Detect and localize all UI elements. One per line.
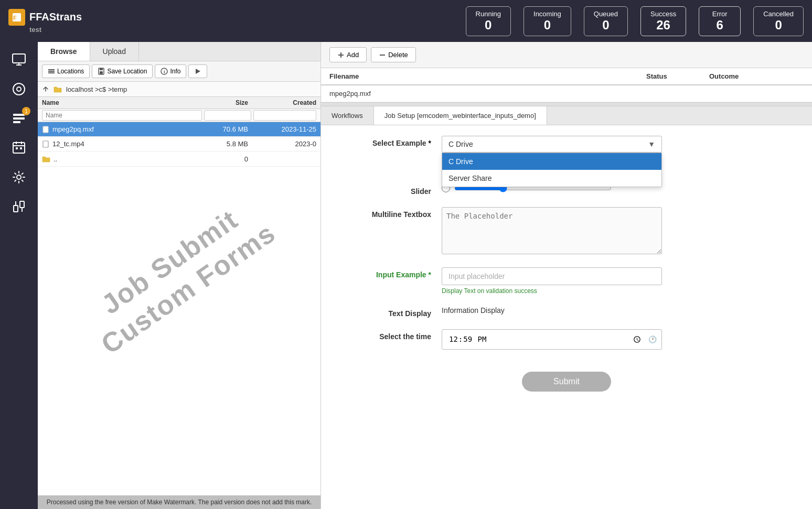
stat-running: Running 0 <box>466 6 511 36</box>
sidebar-item-monitor[interactable] <box>5 46 33 73</box>
time-input[interactable] <box>442 329 662 350</box>
slider-label: Slider <box>337 184 442 196</box>
play-button[interactable] <box>188 64 207 78</box>
add-icon <box>337 51 345 59</box>
select-example-dropdown[interactable]: C Drive ▼ <box>442 136 662 153</box>
select-example-label: Select Example * <box>337 136 442 147</box>
svg-rect-23 <box>48 72 55 73</box>
job-tabs: Workflows Job Setup [emcodem_webinterfac… <box>321 106 812 125</box>
submit-row: Submit <box>337 361 796 397</box>
right-panel: Add Delete Filename Status Outcome mpeg2… <box>321 42 812 509</box>
file-row[interactable]: mpeg2pq.mxf 70.6 MB 2023-11-25 <box>38 122 320 137</box>
svg-rect-22 <box>48 71 55 72</box>
file-toolbar: Locations Save Location i Info <box>38 61 320 82</box>
time-label: Select the time <box>337 329 442 341</box>
svg-rect-14 <box>16 147 18 149</box>
svg-text:F: F <box>13 15 17 21</box>
info-button[interactable]: i Info <box>155 64 186 78</box>
svg-rect-21 <box>48 69 55 70</box>
stat-incoming: Incoming 0 <box>523 6 571 36</box>
submit-button[interactable]: Submit <box>522 372 611 392</box>
queue-table-header: Filename Status Outcome <box>321 68 812 85</box>
sidebar: 1 <box>0 42 38 509</box>
topbar: F FFAStrans test Running 0 Incoming 0 Qu… <box>0 0 812 42</box>
tab-workflows[interactable]: Workflows <box>321 106 374 125</box>
browse-tabs: Browse Upload <box>38 42 320 61</box>
app-logo-icon: F <box>8 9 25 26</box>
filter-size-input[interactable] <box>204 110 251 121</box>
queue-badge: 1 <box>22 107 30 115</box>
svg-rect-31 <box>43 141 48 147</box>
stat-success: Success 26 <box>640 6 686 36</box>
file-row-parent[interactable]: .. 0 <box>38 151 320 167</box>
app-logo: F FFAStrans test <box>8 9 82 34</box>
multiline-textarea[interactable] <box>442 207 662 254</box>
svg-rect-33 <box>338 55 344 56</box>
input-example-label: Input Example * <box>337 267 442 279</box>
dropdown-option-server[interactable]: Server Share <box>442 170 661 187</box>
chevron-down-icon: ▼ <box>648 140 655 148</box>
validation-text: Display Text on validation success <box>442 287 796 295</box>
svg-point-6 <box>17 87 21 91</box>
svg-marker-29 <box>196 69 200 74</box>
folder-icon <box>42 155 50 163</box>
tab-browse[interactable]: Browse <box>38 42 90 61</box>
save-location-button[interactable]: Save Location <box>92 64 153 78</box>
svg-rect-15 <box>20 147 22 149</box>
main-layout: 1 Browse Upload Locations Save Location <box>0 42 812 509</box>
sidebar-item-media[interactable] <box>5 75 33 103</box>
svg-rect-26 <box>100 68 103 70</box>
queue-header: Add Delete <box>321 42 812 68</box>
stat-error: Error 6 <box>699 6 741 36</box>
sidebar-item-settings[interactable] <box>5 164 33 191</box>
col-header-size: Size <box>196 99 248 106</box>
up-arrow-icon <box>42 85 49 93</box>
svg-rect-17 <box>14 205 18 212</box>
bottom-notice: Processed using the free version of Make… <box>38 495 320 509</box>
filter-created-input[interactable] <box>253 110 316 121</box>
clock-icon: 🕐 <box>648 335 657 343</box>
job-form: Select Example * C Drive ▼ C Drive Serve… <box>321 125 812 509</box>
svg-rect-30 <box>43 126 48 133</box>
text-display-container: Information Display <box>442 306 796 315</box>
col-header-created: Created <box>248 99 316 106</box>
tab-job-setup[interactable]: Job Setup [emcodem_webinterface_inputs_d… <box>374 106 547 125</box>
stat-queued: Queued 0 <box>584 6 628 36</box>
multiline-label: Multiline Textbox <box>337 207 442 219</box>
svg-rect-9 <box>13 121 20 123</box>
multiline-row: Multiline Textbox <box>337 207 796 256</box>
tab-upload[interactable]: Upload <box>90 42 139 61</box>
file-row[interactable]: 12_tc.mp4 5.8 MB 2023-0 <box>38 137 320 151</box>
time-row: Select the time 🕐 <box>337 329 796 350</box>
svg-rect-10 <box>13 143 25 153</box>
queue-row[interactable]: mpeg2pq.mxf <box>321 85 812 102</box>
filter-name-input[interactable] <box>42 110 202 121</box>
time-container: 🕐 <box>442 329 796 350</box>
dropdown-option-cdrive[interactable]: C Drive <box>442 153 661 170</box>
input-example-container: Display Text on validation success <box>442 267 796 295</box>
add-button[interactable]: Add <box>329 47 367 62</box>
svg-rect-25 <box>100 71 103 74</box>
file-list: mpeg2pq.mxf 70.6 MB 2023-11-25 12_tc.mp4… <box>38 122 320 509</box>
locations-button[interactable]: Locations <box>42 64 90 78</box>
sidebar-item-plugins[interactable] <box>5 193 33 220</box>
time-input-container: 🕐 <box>442 329 662 350</box>
input-example-field[interactable] <box>442 267 662 285</box>
path-bar: localhost >c$ >temp <box>38 82 320 97</box>
multiline-container <box>442 207 796 256</box>
delete-button[interactable]: Delete <box>371 47 416 62</box>
app-title: FFAStrans <box>29 11 82 23</box>
path-text: localhost >c$ >temp <box>66 85 127 93</box>
file-list-header: Name Size Created <box>38 97 320 109</box>
svg-rect-18 <box>20 201 24 208</box>
svg-text:i: i <box>164 69 165 74</box>
col-outcome: Outcome <box>709 72 804 80</box>
svg-rect-34 <box>380 55 385 56</box>
sidebar-item-queue[interactable]: 1 <box>5 105 33 132</box>
stat-cancelled: Cancelled 0 <box>753 6 804 36</box>
svg-rect-8 <box>13 117 25 120</box>
col-filename: Filename <box>329 72 646 80</box>
col-header-name: Name <box>42 99 196 106</box>
svg-point-16 <box>17 175 21 179</box>
sidebar-item-scheduler[interactable] <box>5 134 33 161</box>
